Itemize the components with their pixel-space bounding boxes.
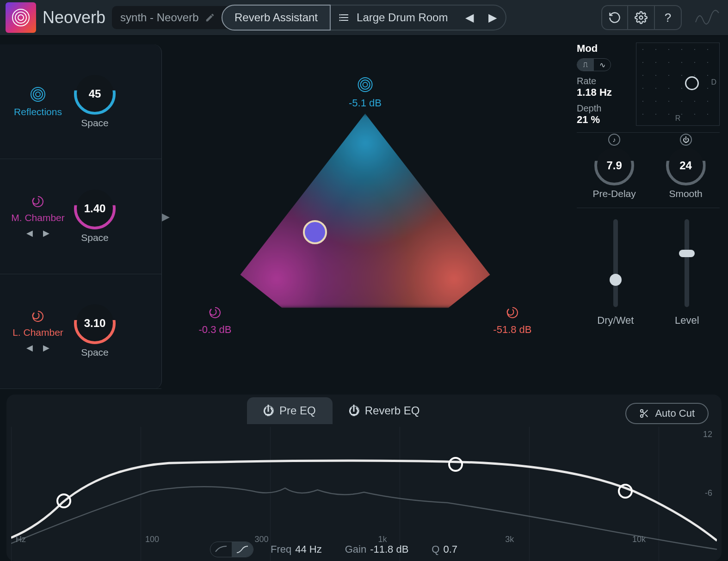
engine-sidebar: Reflections 45 Space M. Chamber ◀ ▶ bbox=[0, 44, 162, 389]
reflections-space-knob[interactable]: 45 bbox=[76, 75, 114, 113]
reflections-icon bbox=[358, 77, 373, 92]
power-icon[interactable]: ⏻ bbox=[680, 134, 692, 146]
filter-shape-toggle[interactable] bbox=[210, 542, 253, 557]
smooth-label: Smooth bbox=[668, 188, 704, 199]
freq-label: Freq bbox=[271, 543, 291, 555]
engine-label: M. Chamber bbox=[8, 212, 68, 223]
engine-label: L. Chamber bbox=[8, 327, 68, 338]
svg-point-1 bbox=[15, 12, 26, 23]
predelay-label: Pre-Delay bbox=[592, 188, 635, 199]
note-sync-icon[interactable]: ♪ bbox=[608, 134, 620, 146]
preset-next-button[interactable]: ▶ bbox=[484, 9, 501, 26]
blend-gradient bbox=[227, 114, 504, 308]
eq-node-1[interactable] bbox=[56, 493, 71, 508]
engine-prev-button[interactable]: ◀ bbox=[26, 343, 33, 353]
blend-area: -5.1 dB -0.3 dB -51.8 dB bbox=[162, 36, 568, 395]
m-chamber-space-knob[interactable]: 1.40 bbox=[76, 190, 114, 228]
mod-shape-toggle[interactable]: ⎍ ∿ bbox=[577, 58, 611, 71]
drywet-label: Dry/Wet bbox=[597, 314, 634, 327]
predelay-knob[interactable]: 7.9 bbox=[596, 148, 632, 184]
eq-node-2[interactable] bbox=[448, 457, 463, 472]
engine-l-chamber: L. Chamber ◀ ▶ 3.10 Space bbox=[0, 274, 161, 389]
level-slider: Level bbox=[675, 219, 699, 327]
engine-reflections: Reflections 45 Space bbox=[0, 44, 161, 159]
eq-footer: Freq44 Hz Gain-11.8 dB Q0.7 bbox=[6, 538, 722, 561]
swirl-icon bbox=[209, 306, 222, 319]
mod-xy-handle[interactable] bbox=[685, 76, 699, 90]
drywet-track[interactable] bbox=[613, 219, 618, 307]
mod-block: Mod ⎍ ∿ Rate 1.18 Hz Depth 21 % D R bbox=[577, 43, 720, 133]
blend-right-db: -51.8 dB bbox=[493, 324, 531, 336]
preset-name: Large Drum Room bbox=[357, 11, 455, 24]
engine-prev-button[interactable]: ◀ bbox=[26, 228, 33, 238]
gain-label: Gain bbox=[345, 543, 366, 555]
slider-thumb[interactable] bbox=[679, 250, 695, 257]
swirl-icon bbox=[8, 195, 68, 209]
header: Neoverb synth - Neoverb Reverb Assistant… bbox=[0, 0, 728, 36]
tab-reverb-eq[interactable]: ⏻ Reverb EQ bbox=[333, 397, 437, 424]
sine-wave-icon[interactable]: ∿ bbox=[594, 59, 611, 71]
blend-left-db: -0.3 dB bbox=[199, 324, 232, 336]
power-icon[interactable]: ⏻ bbox=[264, 406, 274, 416]
hpf-shape-icon[interactable] bbox=[232, 542, 253, 557]
eq-node-3[interactable] bbox=[618, 484, 633, 499]
svg-line-16 bbox=[646, 414, 648, 417]
right-panel: Mod ⎍ ∿ Rate 1.18 Hz Depth 21 % D R bbox=[568, 36, 728, 395]
y-tick: -6 bbox=[705, 488, 712, 498]
svg-line-17 bbox=[643, 412, 645, 413]
reverb-assistant-button[interactable]: Reverb Assistant bbox=[222, 5, 331, 31]
svg-point-14 bbox=[641, 415, 643, 418]
mod-xy-pad[interactable]: D R bbox=[636, 43, 720, 126]
app-logo bbox=[6, 2, 36, 33]
slider-thumb[interactable] bbox=[610, 274, 622, 286]
blend-handle[interactable] bbox=[303, 220, 327, 244]
svg-point-10 bbox=[363, 82, 368, 87]
blend-pad[interactable]: -5.1 dB -0.3 dB -51.8 dB bbox=[199, 77, 532, 354]
gain-value[interactable]: -11.8 dB bbox=[370, 543, 408, 555]
tab-pre-eq[interactable]: ⏻ Pre EQ bbox=[247, 397, 333, 424]
level-track[interactable] bbox=[685, 219, 689, 307]
help-button[interactable]: ? bbox=[655, 5, 682, 30]
reflections-icon bbox=[8, 86, 68, 103]
svg-point-0 bbox=[18, 15, 24, 20]
svg-point-13 bbox=[641, 410, 643, 413]
engine-next-button[interactable]: ▶ bbox=[43, 228, 49, 238]
local-preset-field[interactable]: synth - Neoverb bbox=[112, 6, 237, 29]
auto-cut-button[interactable]: Auto Cut bbox=[625, 403, 709, 424]
settings-button[interactable] bbox=[628, 5, 655, 30]
smooth-control: ⏻ 24 Smooth bbox=[668, 143, 704, 199]
preset-selector[interactable]: Large Drum Room ◀ ▶ bbox=[331, 5, 506, 31]
axis-r: R bbox=[675, 114, 681, 123]
level-label: Level bbox=[675, 314, 699, 327]
predelay-control: ♪ 7.9 Pre-Delay bbox=[592, 143, 635, 199]
app-title: Neoverb bbox=[43, 8, 105, 27]
eq-section: ⏻ Pre EQ ⏻ Reverb EQ Auto Cut Hz 100 300… bbox=[6, 395, 722, 561]
blend-vertex-top: -5.1 dB bbox=[349, 77, 382, 109]
swirl-icon bbox=[506, 306, 519, 319]
list-icon bbox=[339, 12, 350, 23]
knob-label: Space bbox=[76, 232, 114, 243]
shelf-shape-icon[interactable] bbox=[210, 542, 232, 557]
drywet-slider: Dry/Wet bbox=[597, 219, 634, 327]
assistant-preset-group: Reverb Assistant Large Drum Room ◀ ▶ bbox=[222, 5, 506, 31]
l-chamber-space-knob[interactable]: 3.10 bbox=[76, 304, 114, 342]
svg-point-4 bbox=[339, 17, 341, 18]
izotope-scribble-icon bbox=[693, 5, 722, 30]
scissors-icon bbox=[639, 408, 649, 419]
preset-prev-button[interactable]: ◀ bbox=[461, 9, 478, 26]
depth-value: 21 % bbox=[577, 114, 628, 126]
mod-title: Mod bbox=[577, 43, 628, 55]
q-value[interactable]: 0.7 bbox=[443, 543, 457, 555]
blend-vertex-right: -51.8 dB bbox=[493, 306, 531, 336]
square-wave-icon[interactable]: ⎍ bbox=[577, 59, 594, 71]
smooth-knob[interactable]: 24 bbox=[668, 148, 704, 184]
knob-label: Space bbox=[76, 117, 114, 129]
freq-value[interactable]: 44 Hz bbox=[295, 543, 321, 555]
engine-next-button[interactable]: ▶ bbox=[43, 343, 49, 353]
svg-point-5 bbox=[339, 20, 341, 21]
pencil-icon[interactable] bbox=[205, 12, 215, 23]
power-icon[interactable]: ⏻ bbox=[349, 406, 359, 416]
eq-tabs: ⏻ Pre EQ ⏻ Reverb EQ bbox=[6, 395, 722, 427]
local-preset-name: synth - Neoverb bbox=[120, 11, 198, 24]
history-button[interactable] bbox=[601, 5, 628, 30]
